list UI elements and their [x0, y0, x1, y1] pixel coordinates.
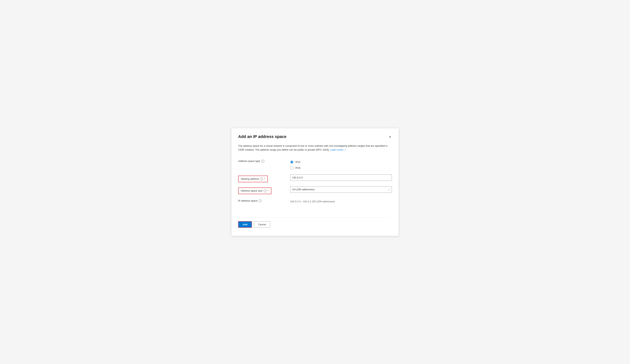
address-space-size-field-cell: /24 (256 addresses) /25 (128 addresses) … — [290, 185, 392, 194]
ipv4-radio-option[interactable]: IPv4 — [290, 160, 392, 164]
dialog-footer: Add Cancel — [238, 217, 392, 228]
starting-address-info-icon[interactable]: i — [260, 178, 263, 181]
ipv4-radio-input[interactable] — [290, 160, 294, 164]
learn-more-link[interactable]: Learn more.↗ — [330, 148, 346, 151]
address-space-type-field-cell: IPv4 IPv6 — [290, 157, 392, 173]
starting-address-field-cell — [290, 173, 392, 182]
address-space-size-label: Address space size — [241, 189, 262, 192]
address-space-size-label-cell: Address space size i * — [238, 185, 290, 197]
address-space-size-label-highlight: Address space size i * — [238, 187, 272, 194]
starting-address-label-cell: Starting address i * — [238, 173, 290, 185]
dialog-header: Add an IP address space × — [238, 134, 392, 140]
add-button[interactable]: Add — [238, 221, 252, 228]
starting-address-label: Starting address — [241, 178, 259, 180]
close-button[interactable]: × — [388, 134, 392, 140]
ipv6-radio-option[interactable]: IPv6 — [290, 166, 392, 170]
ip-address-space-field-cell: 192.0.2.0 - 192.0.2.255 (256 addresses) — [290, 197, 392, 206]
starting-address-input[interactable] — [290, 175, 392, 181]
cancel-button[interactable]: Cancel — [254, 221, 270, 227]
address-space-size-required: * — [268, 189, 268, 192]
external-link-icon: ↗ — [344, 149, 346, 151]
dialog-description: The address space for a virtual network … — [238, 144, 392, 152]
address-space-type-label: Address space type — [238, 160, 260, 163]
form-grid: Address space type i IPv4 IPv6 Starting … — [238, 157, 392, 206]
address-space-type-info-icon[interactable]: i — [261, 160, 264, 163]
add-ip-address-space-dialog: Add an IP address space × The address sp… — [232, 128, 398, 236]
ip-address-space-label: IP address space — [238, 199, 258, 202]
ipv4-label: IPv4 — [295, 161, 300, 163]
ipv6-label: IPv6 — [295, 167, 300, 169]
address-space-size-info-icon[interactable]: i — [264, 189, 266, 192]
ip-address-space-info-icon[interactable]: i — [258, 199, 262, 202]
address-space-type-label-cell: Address space type i — [238, 157, 290, 165]
address-space-size-select-wrapper: /24 (256 addresses) /25 (128 addresses) … — [290, 186, 392, 193]
description-text: The address space for a virtual network … — [238, 145, 388, 151]
starting-address-label-highlight: Starting address i * — [238, 176, 268, 182]
ip-address-space-label-cell: IP address space i — [238, 197, 290, 205]
ip-address-space-value: 192.0.2.0 - 192.0.2.255 (256 addresses) — [290, 198, 392, 205]
address-space-type-radio-group: IPv4 IPv6 — [290, 159, 392, 172]
dialog-title: Add an IP address space — [238, 134, 286, 139]
address-space-size-select[interactable]: /24 (256 addresses) /25 (128 addresses) … — [290, 186, 392, 193]
ipv6-radio-input[interactable] — [290, 166, 294, 170]
starting-address-required: * — [264, 178, 265, 181]
